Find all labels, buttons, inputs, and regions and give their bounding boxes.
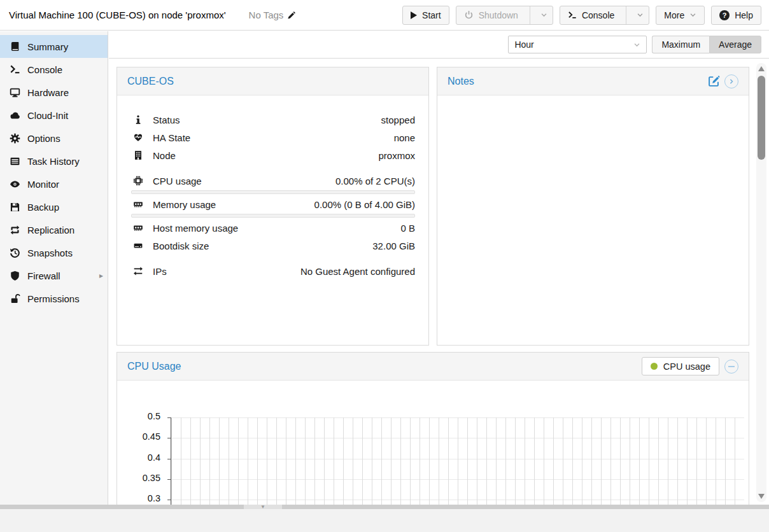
floppy-disk-icon [10, 202, 20, 213]
status-row: Host memory usage 0 B [117, 219, 428, 237]
cpu-usage-panel: CPU Usage CPU usage 0.50.450.40.350.30.2… [116, 352, 749, 505]
shutdown-dropdown[interactable] [535, 11, 553, 18]
gear-icon [10, 133, 20, 144]
y-tick-label: 0.5 [117, 411, 160, 421]
status-row-label: Node [153, 150, 176, 161]
pencil-icon[interactable] [287, 11, 296, 20]
eye-icon [10, 179, 20, 190]
status-row: CPU usage 0.00% of 2 CPU(s) [117, 172, 428, 190]
status-panel-body: Status stopped HA State none Node proxmo… [117, 95, 428, 280]
cpu-panel-header: CPU Usage CPU usage [117, 353, 749, 381]
timeframe-select[interactable]: Hour [508, 36, 647, 53]
status-row: Node proxmox [117, 146, 428, 164]
status-row: Memory usage 0.00% (0 B of 4.00 GiB) [117, 195, 428, 213]
sidebar-item-hardware[interactable]: Hardware [0, 81, 108, 104]
status-row-label: Memory usage [153, 199, 216, 210]
sidebar-item-label: Options [27, 133, 60, 144]
status-row-value: 0.00% of 2 CPU(s) [335, 176, 415, 186]
status-row: Bootdisk size 32.00 GiB [117, 237, 428, 255]
start-button-label: Start [422, 10, 441, 20]
status-row-label: IPs [153, 266, 167, 277]
scroll-down-icon[interactable] [758, 494, 765, 499]
hard-drive-icon [131, 241, 145, 251]
console-button[interactable]: Console [560, 6, 649, 25]
status-row-label: Bootdisk size [153, 241, 209, 251]
status-row-value: proxmox [378, 150, 415, 161]
sidebar-item-monitor[interactable]: Monitor [0, 172, 108, 195]
aggregation-toggle: Maximum Average [652, 36, 761, 53]
splitter-collapse-handle[interactable]: ▼ [244, 505, 282, 509]
progress-bar [131, 190, 415, 194]
y-tick-label: 0.45 [117, 431, 160, 442]
sidebar-item-options[interactable]: Options [0, 127, 108, 150]
content-area: CUBE-OS Status stopped HA State none Nod… [109, 59, 769, 505]
notes-panel-body[interactable] [437, 95, 749, 346]
button-divider [626, 6, 626, 24]
sidebar-item-permissions[interactable]: Permissions [0, 287, 108, 310]
undock-chart-icon[interactable] [724, 360, 738, 374]
help-button[interactable]: ? Help [711, 6, 761, 25]
sidebar-item-summary[interactable]: Summary [0, 35, 108, 58]
sidebar-item-firewall[interactable]: Firewall ▸ [0, 264, 108, 287]
maximum-toggle-button[interactable]: Maximum [652, 36, 709, 53]
sidebar-item-label: Task History [27, 156, 80, 167]
heartbeat-icon [131, 132, 145, 143]
page-title: Virtual Machine 100 (CUBE-OS) on node 'p… [9, 10, 226, 20]
sidebar-item-task-history[interactable]: Task History [0, 150, 108, 172]
sidebar-item-console[interactable]: Console [0, 58, 108, 81]
summary-toolbar: Hour Maximum Average [109, 31, 769, 59]
chevron-right-icon: ▸ [99, 271, 103, 280]
info-icon [131, 115, 145, 125]
chevron-down-icon [633, 41, 640, 48]
notes-panel-title: Notes [448, 76, 474, 87]
shield-icon [10, 270, 20, 281]
scroll-up-icon[interactable] [758, 66, 765, 71]
status-row-value: 32.00 GiB [372, 241, 415, 251]
cpu-header-right: CPU usage [642, 357, 738, 375]
scrollbar-thumb[interactable] [758, 76, 765, 160]
cpu-legend-label: CPU usage [663, 361, 710, 372]
memory-icon [131, 223, 145, 233]
status-row-value: stopped [381, 115, 415, 125]
question-icon: ? [719, 10, 730, 20]
start-button[interactable]: Start [402, 6, 449, 25]
vertical-scrollbar[interactable] [756, 63, 766, 502]
power-icon [464, 10, 474, 20]
notes-panel: Notes [437, 67, 749, 346]
console-dropdown[interactable] [631, 11, 649, 18]
book-icon [10, 41, 20, 52]
cpu-icon [131, 176, 145, 186]
help-button-label: Help [735, 10, 753, 20]
notes-panel-header: Notes [437, 67, 749, 95]
legend-dot-icon [651, 363, 658, 370]
status-row-label: CPU usage [153, 176, 202, 186]
sidebar-item-label: Permissions [27, 293, 80, 304]
sidebar-item-backup[interactable]: Backup [0, 195, 108, 218]
edit-notes-icon[interactable] [708, 75, 720, 87]
more-button[interactable]: More [656, 6, 705, 25]
more-button-label: More [664, 10, 684, 20]
sidebar-item-label: Console [27, 64, 62, 75]
y-tick-label: 0.3 [117, 493, 160, 503]
average-toggle-button[interactable]: Average [709, 36, 761, 53]
tags-label: No Tags [249, 10, 284, 20]
status-row-label: Status [153, 115, 180, 125]
sidebar: Summary Console Hardware Cloud-Init Opti… [0, 31, 108, 505]
chevron-down-icon [637, 11, 644, 18]
status-row-value: none [394, 132, 415, 143]
tags-area[interactable]: No Tags [249, 10, 297, 20]
cpu-legend-button[interactable]: CPU usage [642, 357, 719, 375]
display-icon [10, 87, 20, 98]
sidebar-item-replication[interactable]: Replication [0, 218, 108, 241]
button-divider [530, 6, 530, 24]
minus-icon [728, 366, 735, 367]
sidebar-item-label: Hardware [27, 87, 69, 98]
status-row-value: 0.00% (0 B of 4.00 GiB) [314, 199, 415, 210]
expand-notes-icon[interactable] [724, 74, 738, 88]
sidebar-item-label: Monitor [27, 179, 59, 190]
network-arrows-icon [131, 266, 145, 276]
content-splitter[interactable]: ▼ [0, 505, 769, 509]
sidebar-item-cloud-init[interactable]: Cloud-Init [0, 104, 108, 127]
shutdown-button[interactable]: Shutdown [456, 6, 553, 25]
sidebar-item-snapshots[interactable]: Snapshots [0, 241, 108, 264]
